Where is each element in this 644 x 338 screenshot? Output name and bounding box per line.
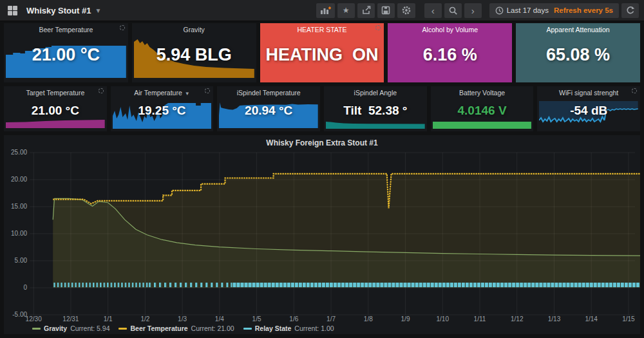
panel-title[interactable]: Beer Temperature (4, 23, 128, 33)
panel-value: 21.00 °C (4, 45, 128, 65)
panel-row-2: Target Temperature 21.00 °C Air Temperat… (4, 86, 640, 131)
svg-text:1/11: 1/11 (474, 315, 486, 323)
legend-swatch-relay-state (243, 328, 252, 330)
time-picker[interactable]: Last 17 days Refresh every 5s (489, 3, 619, 18)
legend-item-relay-state[interactable]: Relay State Current: 1.00 (243, 324, 334, 332)
svg-text:1/13: 1/13 (548, 315, 561, 323)
panel-title[interactable]: WiFi signal strenght (537, 86, 640, 97)
time-forward-button[interactable]: › (464, 3, 482, 18)
panel-air-temperature: Air Temperature▼ 19.25 °C (111, 86, 214, 131)
panel-value: 4.0146 V (431, 104, 534, 118)
legend-current-value: Current: 5.94 (70, 324, 109, 332)
panel-title[interactable]: iSpindel Angle (324, 86, 427, 97)
svg-text:1/2: 1/2 (140, 315, 149, 323)
legend-item-gravity[interactable]: Gravity Current: 5.94 (32, 324, 109, 332)
panel-value: 21.00 °C (4, 104, 107, 118)
chevron-left-icon: ‹ (431, 5, 435, 16)
svg-text:1/14: 1/14 (585, 315, 598, 323)
svg-text:1/12: 1/12 (511, 315, 524, 323)
legend-swatch-beer-temperature (118, 328, 127, 330)
svg-text:15.00: 15.00 (11, 203, 28, 210)
panel-title[interactable]: HEATER STATE (260, 23, 384, 33)
add-panel-button[interactable] (316, 3, 335, 18)
panel-value: -54 dB (537, 104, 640, 118)
svg-text:5.00: 5.00 (15, 257, 28, 264)
panel-title[interactable]: Apparent Attenuation (516, 23, 640, 33)
chevron-right-icon: › (471, 5, 475, 16)
legend-item-beer-temperature[interactable]: Beer Temperature Current: 21.00 (118, 324, 234, 332)
panel-battery-voltage: Battery Voltage 4.0146 V (431, 86, 534, 131)
time-back-button[interactable]: ‹ (424, 3, 442, 18)
refresh-button[interactable] (621, 3, 639, 18)
svg-text:1/8: 1/8 (364, 315, 373, 323)
clock-icon (495, 6, 504, 15)
panel-refresh-indicator-icon (120, 25, 125, 30)
star-button[interactable]: ★ (337, 3, 355, 18)
save-button[interactable] (377, 3, 395, 18)
legend-label: Beer Temperature (130, 324, 187, 332)
svg-text:1/10: 1/10 (436, 315, 449, 323)
gear-icon (401, 5, 412, 15)
svg-text:1/15: 1/15 (622, 315, 635, 323)
panel-value: HEATING ON (260, 45, 384, 65)
panel-beer-temperature: Beer Temperature 21.00 °C (4, 23, 128, 82)
panel-title[interactable]: Alcohol by Volume (388, 23, 512, 33)
refresh-interval-label[interactable]: Refresh every 5s (554, 6, 613, 14)
panel-value: 19.25 °C (111, 104, 214, 118)
graph-title[interactable]: Whisky Foreign Extra Stout #1 (4, 135, 640, 149)
panel-ispindel-angle: iSpindel Angle Tilt 52.38 ° (324, 86, 427, 131)
share-button[interactable] (357, 3, 375, 18)
panel-refresh-indicator-icon (99, 88, 104, 93)
top-navbar: Whisky Stout #1 ▼ ★ ‹ (0, 0, 644, 21)
svg-text:1/5: 1/5 (252, 315, 261, 323)
panel-title[interactable]: Battery Voltage (431, 86, 534, 97)
dashboard-title-dropdown[interactable]: Whisky Stout #1 ▼ (26, 6, 101, 15)
battery-voltage-sparkline (433, 121, 532, 129)
svg-text:1/7: 1/7 (327, 315, 336, 323)
panel-title[interactable]: Target Temperature (4, 86, 107, 97)
target-temperature-sparkline (6, 118, 105, 128)
star-icon: ★ (343, 6, 350, 15)
panel-row-1: Beer Temperature 21.00 °C Gravity 5.94 B… (4, 23, 640, 82)
magnifier-icon (448, 6, 458, 15)
legend-current-value: Current: 1.00 (294, 324, 334, 332)
ispindel-angle-sparkline (326, 120, 425, 129)
svg-text:12/30: 12/30 (26, 315, 43, 323)
svg-text:25.00: 25.00 (11, 149, 28, 156)
panel-title[interactable]: Air Temperature▼ (111, 86, 214, 97)
chevron-down-icon[interactable]: ▼ (185, 91, 190, 97)
panel-title[interactable]: iSpindel Temperature (217, 86, 320, 97)
legend-label: Relay State (255, 324, 292, 332)
panel-title[interactable]: Gravity (132, 23, 256, 33)
settings-button[interactable] (397, 3, 415, 18)
zoom-out-button[interactable] (444, 3, 462, 18)
panel-value: 20.94 °C (217, 104, 320, 118)
time-series-graph[interactable]: 25.0020.0015.0010.005.000-5.0012/3012/31… (4, 149, 640, 324)
svg-text:10.00: 10.00 (11, 230, 28, 237)
chart-series (53, 174, 640, 288)
svg-text:1/9: 1/9 (401, 315, 410, 323)
graph-legend: Gravity Current: 5.94 Beer Temperature C… (4, 324, 640, 332)
panel-value: 5.94 BLG (132, 45, 256, 65)
share-icon (361, 6, 371, 15)
svg-text:1/4: 1/4 (215, 315, 224, 323)
panel-heater-state: HEATER STATE HEATING ON (260, 23, 384, 82)
svg-text:0: 0 (24, 284, 28, 291)
panel-value: Tilt 52.38 ° (324, 104, 427, 118)
time-range-label: Last 17 days (507, 6, 549, 14)
svg-text:20.00: 20.00 (11, 176, 28, 183)
panel-target-temperature: Target Temperature 21.00 °C (4, 86, 107, 131)
legend-swatch-gravity (32, 328, 41, 330)
bar-chart-plus-icon (320, 6, 331, 15)
grafana-logo-icon[interactable] (8, 6, 17, 15)
chevron-down-icon: ▼ (95, 7, 101, 14)
save-icon (381, 6, 390, 15)
svg-text:12/31: 12/31 (62, 315, 79, 323)
dashboard-title: Whisky Stout #1 (26, 6, 91, 15)
svg-text:1/6: 1/6 (289, 315, 298, 323)
refresh-icon (626, 6, 635, 15)
panel-alcohol-by-volume: Alcohol by Volume 6.16 % (388, 23, 512, 82)
panel-wifi-signal: WiFi signal strenght -54 dB (537, 86, 640, 131)
legend-current-value: Current: 21.00 (191, 324, 234, 332)
panel-title-text: Air Temperature (134, 89, 182, 97)
